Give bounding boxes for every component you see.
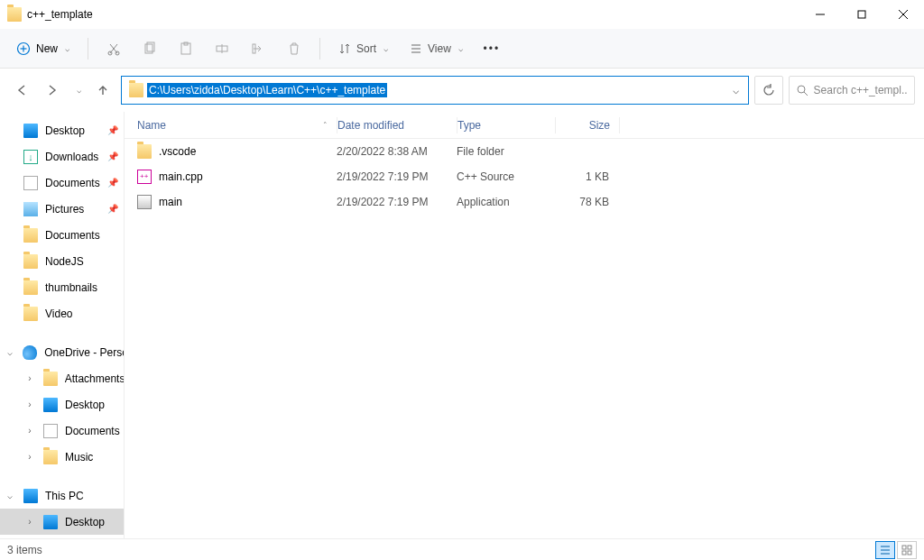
column-type[interactable]: Type [457,119,555,132]
sidebar-item-desktop[interactable]: ›Desktop [0,509,124,535]
separator [88,38,88,60]
back-button[interactable] [9,78,34,103]
sidebar-item-label: Video [45,308,72,320]
chevron-down-icon: ⌵ [65,44,69,53]
sidebar-onedrive[interactable]: ⌵OneDrive - Perso [0,339,124,365]
file-row[interactable]: main2/19/2022 7:19 PMApplication78 KB [125,189,924,215]
maximize-button[interactable] [841,0,882,29]
delete-button[interactable] [278,36,310,61]
sidebar-item-documents[interactable]: ›Documents [0,535,124,538]
item-count: 3 items [7,544,42,556]
address-bar[interactable]: C:\Users\zidda\Desktop\Learn\C++\c++_tem… [121,76,749,105]
pin-icon: 📌 [107,204,118,214]
new-button[interactable]: New ⌵ [7,36,79,61]
file-list: .vscode2/20/2022 8:38 AMFile foldermain.… [125,139,924,538]
file-row[interactable]: main.cpp2/19/2022 7:19 PMC++ Source1 KB [125,164,924,189]
cpp-icon [137,170,152,184]
sidebar-item-attachments[interactable]: ›Attachments [0,365,124,391]
column-size[interactable]: Size [556,119,619,132]
sidebar-item-label: Documents [45,229,100,242]
share-button[interactable] [242,36,274,61]
window-folder-icon [7,7,22,22]
view-icon [410,42,422,55]
doc-icon [43,424,58,438]
sidebar-item-documents[interactable]: ›Documents [0,418,124,444]
sidebar-item-music[interactable]: ›Music [0,444,124,470]
folder-icon [137,144,152,159]
sidebar-item-label: This PC [45,490,84,502]
statusbar: 3 items [0,538,924,560]
sidebar-item-label: Documents [65,425,120,437]
column-name[interactable]: Name˄ [134,119,337,132]
pin-icon: 📌 [107,125,118,135]
sidebar-item-pictures[interactable]: Pictures📌 [0,196,124,222]
new-label: New [36,42,58,55]
pin-icon: 📌 [107,151,118,161]
content: Name˄ Date modified Type Size .vscode2/2… [125,112,924,538]
file-row[interactable]: .vscode2/20/2022 8:38 AMFile folder [125,139,924,164]
pin-icon: 📌 [107,178,118,188]
view-label: View [428,42,451,55]
sidebar-item-nodejs[interactable]: NodeJS [0,248,124,274]
rename-button[interactable] [206,36,238,61]
details-view-button[interactable] [875,541,895,559]
file-size: 78 KB [555,196,618,208]
file-name: main [159,196,182,208]
sidebar-item-downloads[interactable]: ↓Downloads📌 [0,143,124,170]
chevron-down-icon: ⌵ [458,44,463,53]
file-name-cell: main.cpp [134,170,337,184]
sidebar-item-thumbnails[interactable]: thumbnails [0,274,124,300]
search-input[interactable]: Search c++_templ... [789,76,915,105]
download-icon: ↓ [23,150,38,164]
pic-icon [23,202,38,216]
plus-circle-icon [16,41,31,56]
folder-icon [23,254,38,269]
sidebar-item-label: Documents [45,177,100,189]
share-icon [251,41,265,56]
file-name-cell: .vscode [134,144,337,159]
forward-button[interactable] [40,78,65,103]
sort-button[interactable]: Sort ⌵ [329,37,397,60]
close-button[interactable] [882,0,924,29]
file-name: .vscode [159,145,196,158]
address-dropdown[interactable]: ⌵ [726,84,744,96]
cut-button[interactable] [97,36,130,61]
monitor-icon [23,124,38,138]
svg-rect-27 [908,551,911,555]
monitor-icon [43,398,58,412]
column-headers: Name˄ Date modified Type Size [125,112,924,139]
doc-icon [23,176,38,190]
chevron-right-icon: › [23,373,36,383]
sidebar-item-documents[interactable]: Documents📌 [0,170,124,196]
svg-rect-1 [858,11,865,18]
svg-point-19 [798,86,805,93]
view-button[interactable]: View ⌵ [401,37,472,60]
folder-icon [23,307,38,321]
copy-button[interactable] [134,36,166,61]
sidebar-this-pc[interactable]: ⌵This PC [0,482,124,509]
sidebar-item-label: thumbnails [45,281,97,294]
sidebar-item-video[interactable]: Video [0,300,124,326]
minimize-button[interactable] [799,0,841,29]
search-placeholder: Search c++_templ... [814,84,907,96]
refresh-button[interactable] [754,76,783,105]
thumbnails-view-button[interactable] [897,541,917,559]
sidebar-item-label: Desktop [65,399,105,411]
recent-button[interactable]: ⌵ [70,78,85,103]
scissors-icon [106,41,121,56]
column-date[interactable]: Date modified [337,119,457,132]
file-type: File folder [457,145,555,158]
paste-button[interactable] [170,36,202,61]
file-type: C++ Source [457,170,555,183]
folder-icon [43,372,58,386]
toolbar: New ⌵ Sort ⌵ View ⌵ ••• [0,29,924,69]
folder-icon [23,280,38,295]
sidebar-item-desktop[interactable]: ›Desktop [0,391,124,418]
sidebar-item-documents[interactable]: Documents [0,222,124,248]
more-button[interactable]: ••• [476,37,508,60]
folder-icon [129,83,143,97]
sidebar-item-desktop[interactable]: Desktop📌 [0,117,124,143]
up-button[interactable] [90,78,116,103]
monitor-icon [43,515,58,529]
chevron-down-icon: ⌵ [383,44,388,53]
